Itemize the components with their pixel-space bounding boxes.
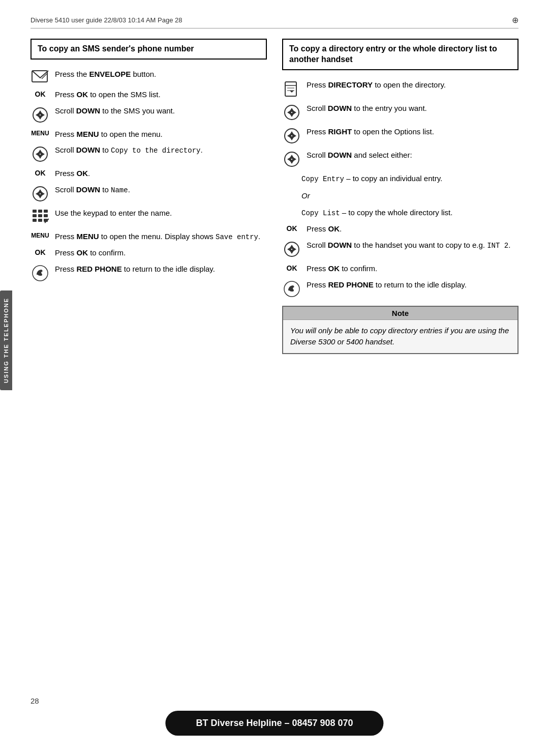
- left-section-box: To copy an SMS sender's phone number: [30, 39, 267, 60]
- svg-marker-46: [287, 157, 291, 162]
- left-step-7-text: Scroll DOWN to Name.: [55, 184, 267, 195]
- right-step-5: Copy Entry – to copy an individual entry…: [282, 173, 518, 184]
- svg-marker-16: [41, 191, 45, 196]
- right-step-8: Scroll DOWN to the handset you want to c…: [282, 240, 518, 258]
- menu-label-1: MENU: [30, 130, 50, 137]
- right-step-3-text: Press RIGHT to open the Options list.: [307, 126, 518, 137]
- page-number: 28: [30, 696, 39, 705]
- ok-label-r1: OK: [282, 224, 301, 232]
- side-tab: USING THE TELEPHONE: [0, 290, 12, 390]
- left-step-3-text: Scroll DOWN to the SMS you want.: [55, 105, 267, 117]
- svg-marker-6: [41, 112, 45, 118]
- ok-label-r2: OK: [282, 264, 301, 272]
- right-step-2: Scroll DOWN to the entry you want.: [282, 103, 518, 121]
- svg-rect-21: [38, 214, 42, 217]
- svg-marker-41: [287, 133, 291, 138]
- left-step-9: MENU Press MENU to open the menu. Displa…: [30, 231, 267, 242]
- right-section-title: To copy a directory entry or the whole d…: [289, 44, 511, 65]
- circle-arrow-icon-r3: [282, 127, 301, 144]
- left-step-6: OK Press OK.: [30, 168, 267, 179]
- svg-rect-17: [33, 210, 37, 213]
- left-step-2: OK Press OK to open the SMS list.: [30, 89, 267, 100]
- right-step-10: Press RED PHONE to return to the idle di…: [282, 279, 518, 298]
- keypad-icon: [30, 209, 50, 226]
- circle-arrow-icon-3: [30, 185, 50, 202]
- svg-point-33: [285, 105, 299, 120]
- svg-rect-28: [285, 82, 296, 96]
- left-step-11-text: Press RED PHONE to return to the idle di…: [55, 264, 267, 275]
- left-step-7: Scroll DOWN to Name.: [30, 184, 267, 202]
- svg-marker-37: [292, 110, 296, 115]
- svg-marker-36: [287, 110, 291, 115]
- right-step-4: Scroll DOWN and select either:: [282, 150, 518, 168]
- circle-arrow-icon-1: [30, 106, 50, 124]
- right-step-2-text: Scroll DOWN to the entry you want.: [307, 103, 518, 114]
- left-step-2-text: Press OK to open the SMS list.: [55, 89, 267, 100]
- svg-rect-19: [44, 210, 48, 213]
- left-step-6-text: Press OK.: [55, 168, 267, 179]
- right-or: Or: [282, 191, 518, 200]
- left-instr-list: Press the ENVELOPE button. OK Press OK t…: [30, 69, 267, 282]
- svg-point-7: [33, 147, 47, 161]
- circle-arrow-icon-r8: [282, 241, 301, 258]
- left-step-5: Scroll DOWN to Copy to the directory.: [30, 144, 267, 163]
- note-box-body: You will only be able to copy directory …: [283, 320, 517, 353]
- svg-marker-32: [290, 91, 294, 93]
- right-step-8-text: Scroll DOWN to the handset you want to c…: [307, 240, 518, 251]
- note-box-header: Note: [283, 307, 517, 320]
- svg-marker-51: [287, 247, 291, 252]
- header-cross-icon: ⊕: [512, 15, 518, 25]
- left-step-4-text: Press MENU to open the menu.: [55, 129, 267, 140]
- ok-label-2: OK: [30, 169, 50, 177]
- svg-marker-15: [36, 191, 40, 196]
- page-outer: USING THE TELEPHONE Diverse 5410 user gu…: [0, 0, 549, 756]
- directory-icon: [282, 80, 301, 98]
- circle-arrow-icon-r4: [282, 151, 301, 168]
- svg-rect-18: [38, 210, 42, 213]
- right-step-9-text: Press OK to confirm.: [307, 263, 518, 274]
- svg-point-38: [285, 129, 299, 143]
- ok-label-1: OK: [30, 90, 50, 98]
- svg-rect-20: [33, 214, 37, 217]
- svg-point-12: [33, 187, 47, 201]
- main-content: To copy an SMS sender's phone number Pre…: [30, 39, 518, 354]
- right-step-10-text: Press RED PHONE to return to the idle di…: [307, 279, 518, 290]
- svg-rect-23: [33, 219, 37, 222]
- right-column: To copy a directory entry or the whole d…: [282, 39, 518, 354]
- right-instr-list: Press DIRECTORY to open the directory.: [282, 79, 518, 298]
- svg-point-48: [285, 242, 299, 256]
- right-step-9: OK Press OK to confirm.: [282, 263, 518, 274]
- bottom-bar: BT Diverse Helpline – 08457 908 070: [165, 711, 383, 736]
- svg-point-43: [285, 152, 299, 166]
- svg-marker-10: [36, 152, 40, 157]
- right-step-7: OK Press OK.: [282, 223, 518, 235]
- svg-marker-47: [292, 157, 296, 162]
- header-text: Diverse 5410 user guide 22/8/03 10:14 AM…: [30, 16, 182, 24]
- svg-rect-22: [44, 214, 48, 217]
- envelope-icon: [30, 70, 50, 84]
- svg-marker-11: [41, 152, 45, 157]
- left-step-11: Press RED PHONE to return to the idle di…: [30, 264, 267, 282]
- right-step-1-text: Press DIRECTORY to open the directory.: [307, 79, 518, 91]
- right-step-5-text: Copy Entry – to copy an individual entry…: [301, 173, 518, 184]
- left-step-9-text: Press MENU to open the menu. Display sho…: [55, 231, 267, 242]
- right-step-6: Copy List – to copy the whole directory …: [282, 207, 518, 218]
- right-step-3: Press RIGHT to open the Options list.: [282, 126, 518, 144]
- left-step-8-text: Use the keypad to enter the name.: [55, 208, 267, 219]
- right-step-4-text: Scroll DOWN and select either:: [307, 150, 518, 161]
- left-step-10-text: Press OK to confirm.: [55, 247, 267, 258]
- ok-label-3: OK: [30, 248, 50, 256]
- menu-label-2: MENU: [30, 232, 50, 239]
- left-column: To copy an SMS sender's phone number Pre…: [30, 39, 267, 354]
- circle-arrow-icon-r2: [282, 104, 301, 121]
- left-step-5-text: Scroll DOWN to Copy to the directory.: [55, 144, 267, 156]
- svg-marker-52: [292, 247, 296, 252]
- left-step-3: Scroll DOWN to the SMS you want.: [30, 105, 267, 124]
- left-step-1: Press the ENVELOPE button.: [30, 69, 267, 84]
- left-step-10: OK Press OK to confirm.: [30, 247, 267, 258]
- right-section-box: To copy a directory entry or the whole d…: [282, 39, 518, 70]
- left-step-4: MENU Press MENU to open the menu.: [30, 129, 267, 140]
- circle-arrow-icon-2: [30, 146, 50, 163]
- svg-marker-42: [292, 133, 296, 138]
- redphone-icon-right: [282, 280, 301, 298]
